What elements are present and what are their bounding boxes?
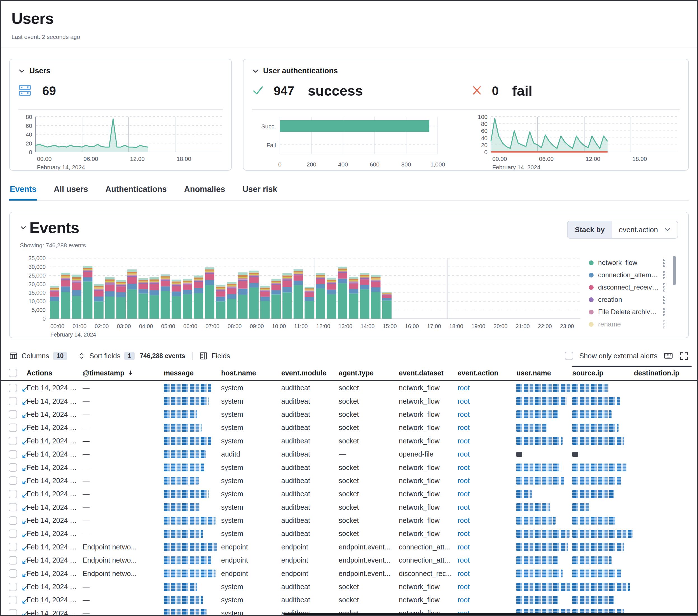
cell-destination-ip[interactable] [572,477,634,485]
user-name-link[interactable]: root [458,411,470,418]
row-checkbox[interactable] [9,410,17,418]
legend-actions-icon[interactable] [663,259,665,267]
user-name-link[interactable]: root [458,530,470,538]
user-name-link[interactable]: root [458,463,470,471]
select-all-checkbox[interactable] [9,369,17,377]
expand-event-icon[interactable] [22,437,27,445]
users-area-chart[interactable]: 02040608000:0006:0012:0018:00February 14… [18,113,224,171]
fields-button[interactable]: Fields [199,352,231,360]
cell-source-ip[interactable] [516,452,572,457]
user-name-link[interactable]: root [458,477,470,485]
cell-source-ip[interactable] [516,477,572,485]
user-name-link[interactable]: root [458,437,470,445]
cell-host-name[interactable] [164,490,221,498]
cell-host-name[interactable] [164,477,221,485]
cell-destination-ip[interactable] [572,490,634,498]
cell-destination-ip[interactable] [572,452,634,457]
cell-destination-ip[interactable] [572,556,634,564]
user-name-link[interactable]: root [458,424,470,431]
stack-by-select[interactable]: event.action [619,226,658,234]
external-alerts-checkbox[interactable] [565,352,573,360]
cell-source-ip[interactable] [516,503,572,511]
cell-destination-ip[interactable] [572,570,634,577]
user-name-link[interactable]: root [458,516,470,524]
cell-source-ip[interactable] [516,556,572,564]
cell-host-name[interactable] [164,596,221,604]
cell-source-ip[interactable] [516,596,572,604]
user-name-link[interactable]: root [458,543,470,551]
row-checkbox[interactable] [9,556,17,564]
cell-destination-ip[interactable] [572,437,634,445]
cell-source-ip[interactable] [516,490,572,498]
cell-host-name[interactable] [164,570,221,577]
row-checkbox[interactable] [9,583,17,591]
expand-event-icon[interactable] [22,609,27,616]
cell-source-ip[interactable] [516,411,572,418]
user-name-link[interactable]: root [458,556,470,564]
cell-host-name[interactable] [164,530,221,538]
legend-actions-icon[interactable] [663,271,665,279]
cell-host-name[interactable] [164,384,221,392]
header-event-action[interactable]: event.action [458,369,516,377]
cell-host-name[interactable] [164,517,221,525]
expand-event-icon[interactable] [22,490,27,498]
header-source-ip[interactable]: source.ip [572,369,634,377]
expand-event-icon[interactable] [22,476,27,485]
cell-destination-ip[interactable] [572,424,634,432]
expand-event-icon[interactable] [22,583,27,591]
expand-event-icon[interactable] [22,569,27,578]
legend-actions-icon[interactable] [663,308,665,316]
expand-event-icon[interactable] [22,596,27,604]
row-checkbox[interactable] [9,543,17,551]
row-checkbox[interactable] [9,463,17,472]
user-name-link[interactable]: root [458,570,470,577]
cell-source-ip[interactable] [516,530,572,538]
cell-destination-ip[interactable] [572,503,634,511]
cell-destination-ip[interactable] [572,517,634,525]
cell-destination-ip[interactable] [572,397,634,405]
chevron-down-icon[interactable] [20,224,27,231]
expand-event-icon[interactable] [22,543,27,551]
legend-item-filedeletearchived[interactable]: File Delete archived (... [589,306,678,318]
row-checkbox[interactable] [9,530,17,538]
user-name-link[interactable]: root [458,397,470,405]
row-checkbox[interactable] [9,384,17,392]
cell-host-name[interactable] [164,583,221,591]
cell-host-name[interactable] [164,609,221,616]
cell-source-ip[interactable] [516,570,572,577]
cell-host-name[interactable] [164,450,221,458]
user-name-link[interactable]: root [458,490,470,498]
expand-event-icon[interactable] [22,503,27,511]
row-checkbox[interactable] [9,397,17,405]
header-user-name[interactable]: user.name [516,369,572,377]
header-host-name[interactable]: host.name [221,369,281,377]
cell-host-name[interactable] [164,556,221,564]
header-agent-type[interactable]: agent.type [339,369,399,377]
cell-destination-ip[interactable] [572,463,634,471]
user-name-link[interactable]: root [458,450,470,458]
auth-area-chart[interactable]: 02040608010000:0006:0012:0018:00February… [471,113,680,171]
events-stacked-bar-chart[interactable]: 05,00010,00015,00020,00025,00030,00035,0… [20,255,581,340]
tab-user-risk[interactable]: User risk [242,184,278,201]
legend-item-rename[interactable]: rename [589,318,678,330]
chevron-down-icon[interactable] [252,68,259,75]
expand-event-icon[interactable] [22,410,27,418]
row-checkbox[interactable] [9,424,17,432]
expand-event-icon[interactable] [22,397,27,405]
tab-events[interactable]: Events [9,184,37,201]
cell-host-name[interactable] [164,503,221,511]
legend-actions-icon[interactable] [663,283,665,291]
user-name-link[interactable]: root [458,596,470,604]
cell-destination-ip[interactable] [572,384,634,392]
cell-host-name[interactable] [164,424,221,432]
expand-event-icon[interactable] [22,530,27,538]
cell-source-ip[interactable] [516,583,572,591]
cell-source-ip[interactable] [516,463,572,471]
legend-scrollbar[interactable] [673,256,676,285]
user-name-link[interactable]: root [458,503,470,511]
cell-host-name[interactable] [164,397,221,405]
row-checkbox[interactable] [9,450,17,459]
tab-all-users[interactable]: All users [53,184,89,201]
row-checkbox[interactable] [9,609,17,616]
header-event-dataset[interactable]: event.dataset [399,369,458,377]
